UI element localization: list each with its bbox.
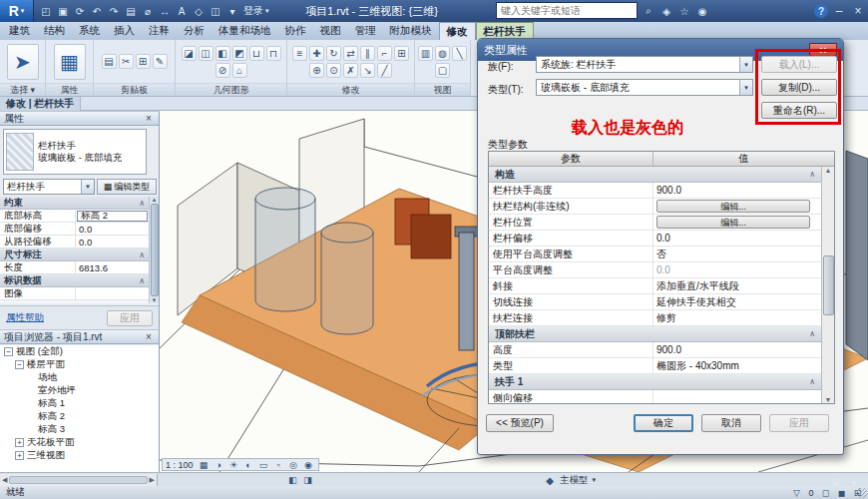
ribbon-panel-label[interactable]: 选择 ▾	[0, 83, 45, 96]
ribbon-tab[interactable]: 系统	[72, 22, 107, 40]
view-templates-icon[interactable]: ▥	[418, 46, 433, 61]
properties-scrollbar[interactable]: ▲ ▼	[149, 197, 159, 303]
communication-center-icon[interactable]: ☆	[676, 3, 692, 19]
ribbon-panel-label[interactable]: 属性	[46, 83, 93, 96]
scroll-up-icon[interactable]: ▲	[825, 167, 832, 174]
undo-icon[interactable]: ↶	[89, 3, 105, 19]
tree-item[interactable]: 标高 3	[0, 423, 159, 436]
move-icon[interactable]: ✚	[309, 46, 324, 61]
measure-icon[interactable]: ⌀	[140, 3, 156, 19]
user-icon[interactable]: ◉	[694, 3, 710, 19]
param-row[interactable]: 平台高度调整 0.0	[489, 262, 821, 278]
tree-item[interactable]: +三维视图	[0, 449, 159, 462]
tree-item[interactable]: 标高 1	[0, 397, 159, 410]
scroll-left-icon[interactable]: ◀	[2, 476, 7, 484]
sun-path-icon[interactable]: ☀	[227, 459, 240, 470]
rotate-icon[interactable]: ↻	[326, 46, 341, 61]
copy-icon[interactable]: ⊞	[136, 54, 151, 69]
print-icon[interactable]: ▤	[123, 3, 139, 19]
ok-button[interactable]: 确定	[634, 414, 693, 432]
open-file-icon[interactable]: ◰	[38, 3, 54, 19]
visual-style-icon[interactable]: ◑	[213, 459, 225, 470]
ribbon-tab[interactable]: 管理	[348, 22, 383, 40]
crop-view-icon[interactable]: ▭	[257, 459, 270, 470]
detail-level-icon[interactable]: ▦	[198, 459, 211, 470]
ribbon-tab[interactable]: 体量和场地	[212, 22, 278, 40]
save-icon[interactable]: ▣	[55, 3, 71, 19]
trim-icon[interactable]: ⌐	[377, 46, 392, 61]
close-icon[interactable]: ×	[143, 331, 155, 343]
scroll-up-icon[interactable]: ▲	[152, 197, 158, 203]
help-icon[interactable]: ?	[814, 4, 828, 18]
property-value[interactable]	[76, 287, 149, 299]
ribbon-tab[interactable]: 附加模块	[383, 22, 439, 40]
collapse-icon[interactable]: −	[15, 360, 24, 369]
property-value[interactable]: 0.0	[76, 236, 149, 248]
tree-item[interactable]: +天花板平面	[0, 436, 159, 449]
ribbon-tab[interactable]: 协作	[278, 22, 313, 40]
param-section-header[interactable]: 顶部扶栏 ∧	[489, 326, 821, 342]
exchange-apps-icon[interactable]: ◈	[658, 3, 674, 19]
delete-icon[interactable]: ✗	[343, 63, 358, 78]
application-menu-button[interactable]: R ▾	[0, 0, 34, 22]
filter-icon[interactable]: ▽	[790, 487, 803, 499]
family-filter-combo[interactable]: 栏杆扶手 ▼	[3, 179, 95, 195]
active-design-option[interactable]: 主模型	[560, 474, 589, 487]
property-value[interactable]: 6813.6	[76, 261, 149, 273]
close-icon[interactable]: ×	[850, 3, 866, 19]
mirror-icon[interactable]: ⇄	[343, 46, 358, 61]
edit-type-button[interactable]: ▦ 编辑类型	[97, 179, 157, 195]
ribbon-tab[interactable]: 注释	[142, 22, 177, 40]
param-row[interactable]: 栏杆扶手高度 900.0	[489, 183, 821, 199]
type-combo[interactable]: 玻璃嵌板 - 底部填充 ▼	[536, 79, 753, 96]
shadows-icon[interactable]: ◐	[242, 459, 255, 470]
properties-icon[interactable]: ▦	[54, 44, 86, 80]
ribbon-panel-label[interactable]: 视图	[415, 83, 470, 96]
minimize-icon[interactable]: –	[831, 3, 847, 19]
rename-button[interactable]: 重命名(R)...	[761, 102, 837, 119]
scale-icon[interactable]: ↘	[360, 63, 375, 78]
param-row[interactable]: 扶栏连接 修剪	[489, 310, 821, 326]
param-row[interactable]: 使用平台高度调整 否	[489, 247, 821, 262]
resize-grip[interactable]	[857, 488, 867, 498]
cancel-button[interactable]: 取消	[701, 414, 761, 432]
tree-item[interactable]: 室外地坪	[0, 384, 159, 397]
property-group-header[interactable]: 约束 ∧	[0, 197, 149, 210]
ribbon-tab[interactable]: 修改	[439, 22, 476, 40]
properties-help-link[interactable]: 属性帮助	[6, 311, 44, 324]
scrollbar-thumb[interactable]	[151, 204, 159, 296]
tree-item[interactable]: −视图 (全部)	[0, 345, 159, 358]
property-value[interactable]: 0.0	[76, 223, 149, 235]
edit-button[interactable]: 编辑...	[656, 216, 810, 229]
property-row[interactable]: 从路径偏移 0.0	[0, 236, 149, 249]
ribbon-tab[interactable]: 视图	[313, 22, 348, 40]
pin-icon[interactable]: ⊙	[326, 63, 341, 78]
property-row[interactable]: 长度 6813.6	[0, 261, 149, 274]
match-type-icon[interactable]: ✎	[153, 54, 168, 69]
cut-geometry-icon[interactable]: ◪	[182, 46, 197, 61]
section-icon[interactable]: ◫	[208, 3, 223, 19]
sync-icon[interactable]: ⟳	[72, 3, 88, 19]
scrollbar-track[interactable]	[9, 476, 147, 484]
paste-icon[interactable]: ▤	[102, 54, 117, 69]
param-row[interactable]: 斜接 添加垂直/水平线段	[489, 278, 821, 294]
scroll-right-icon[interactable]: ▶	[150, 476, 155, 484]
aligned-dimension-icon[interactable]: ↔	[157, 3, 173, 19]
load-button[interactable]: 载入(L)...	[761, 56, 837, 73]
chevron-down-icon[interactable]: ▾	[593, 476, 597, 484]
ribbon-panel-label[interactable]: 剪贴板	[94, 83, 175, 96]
offset-icon[interactable]: ∥	[360, 46, 375, 61]
close-icon[interactable]: ✕	[809, 43, 837, 57]
param-section-header[interactable]: 构造 ∧	[489, 167, 821, 183]
switch-windows-icon[interactable]: ▾	[224, 3, 240, 19]
table-scrollbar[interactable]: ▲ ▼	[821, 167, 834, 403]
ribbon-panel-label[interactable]: 几何图形	[176, 83, 286, 96]
type-selector[interactable]: 栏杆扶手 玻璃嵌板 - 底部填充	[3, 129, 147, 175]
family-combo[interactable]: 系统族: 栏杆扶手 ▼	[536, 56, 753, 73]
scrollbar-thumb[interactable]	[823, 255, 834, 315]
ribbon-tab[interactable]: 插入	[107, 22, 142, 40]
copy-element-icon[interactable]: ⊕	[309, 63, 324, 78]
split-face-icon[interactable]: ◩	[232, 46, 247, 61]
param-row[interactable]: 扶栏结构(非连续) 编辑...	[489, 199, 821, 215]
expand-icon[interactable]: +	[15, 451, 24, 460]
